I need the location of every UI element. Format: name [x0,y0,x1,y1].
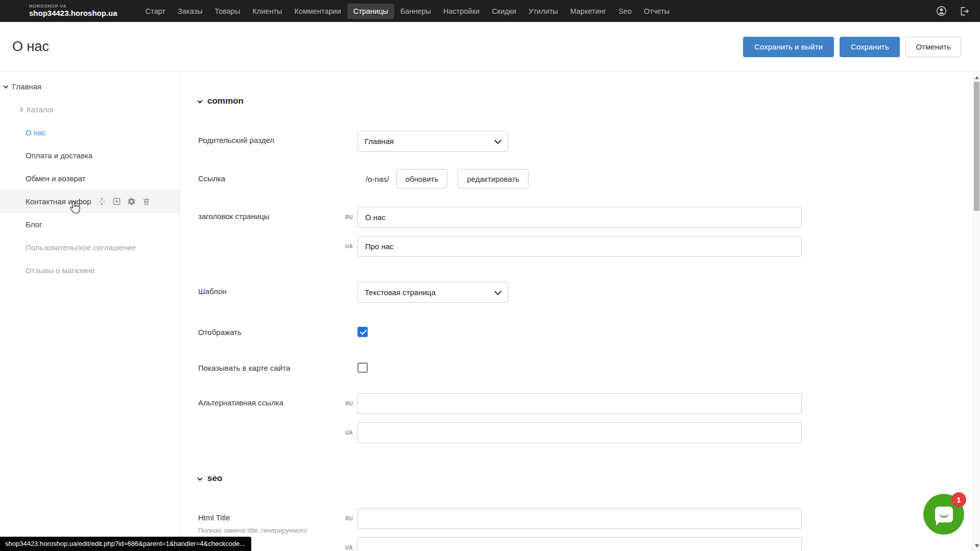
chevron-down-icon [198,98,203,103]
alt-link-ua-input[interactable] [357,422,802,443]
link-path: /o-nas/ [366,175,389,183]
tree-item-label: О нас [26,128,46,137]
save-and-exit-button[interactable]: Сохранить и выйти [743,37,834,57]
brand[interactable]: HOROSHOP V4 shop34423.horoshop.ua [29,4,117,17]
nav-marketing[interactable]: Маркетинг [564,4,613,19]
gear-icon[interactable] [127,197,136,206]
nav-products[interactable]: Товары [208,4,246,19]
status-url-tooltip: shop34423.horoshop.ua/edit/edit.php?id=6… [0,537,251,551]
html-title-hint: Полная замена title, генерируемого [198,526,331,534]
tree-item-label: Блог [26,220,42,229]
alt-link-label: Альтернативная ссылка [198,393,336,443]
tree-item-o-nas[interactable]: О нас [0,121,179,144]
template-label: Шаблон [198,282,336,303]
tree-item-label: Контактная инфор [26,197,91,206]
nav-reports[interactable]: Отчеты [638,4,676,19]
section-common-title: common [207,96,244,106]
tree-item-label: Пользовательское соглашение [26,243,136,252]
page-title-ru-input[interactable] [357,207,802,228]
tree-item-label: Главная [12,82,41,91]
tree-item-kontaktnaya[interactable]: Контактная инфор [0,190,179,213]
ua-badge: UA [336,545,357,550]
section-seo-title: seo [207,473,222,484]
tree-item-label: Обмен и возврат [26,174,86,183]
move-icon[interactable] [98,197,106,206]
top-navigation: Старт Заказы Товары Клиенты Комментарии … [139,4,676,19]
page-title-row: заголовок страницы RU UA [198,207,980,257]
page-title-label: заголовок страницы [198,207,336,257]
nav-clients[interactable]: Клиенты [246,4,288,19]
nav-discounts[interactable]: Скидки [486,4,522,19]
template-row: Шаблон Текстовая страница [198,282,980,303]
nav-comments[interactable]: Комментарии [288,4,347,19]
sitemap-checkbox[interactable] [357,363,368,373]
save-button[interactable]: Сохранить [840,37,900,57]
nav-start[interactable]: Старт [139,4,172,19]
alt-link-row: Альтернативная ссылка RU UA [198,393,980,443]
html-title-ua-input[interactable] [357,537,802,550]
trash-icon[interactable] [142,197,151,206]
ru-badge: RU [336,516,357,521]
display-row: Отображать [198,327,980,337]
tree-item-label: Оплата и доставка [26,151,92,160]
tree-item-oplata[interactable]: Оплата и доставка [0,144,179,167]
alt-link-ru-input[interactable] [357,393,802,414]
nav-settings[interactable]: Настройки [437,4,486,19]
scrollbar-thumb[interactable] [974,82,979,211]
tree-item-label: Отзывы о магазине [26,266,94,275]
link-refresh-button[interactable]: обновить [396,169,448,188]
chat-widget: 1 [923,494,964,535]
sitemap-row: Показывать в карте сайта [198,363,980,373]
cancel-button[interactable]: Отменить [905,37,961,57]
template-select[interactable]: Текстовая страница [357,282,508,303]
html-title-ru-input[interactable] [357,508,802,529]
scrollbar-up-arrow[interactable] [975,76,979,79]
parent-section-select-wrap: Главная [357,131,508,152]
nav-utilities[interactable]: Утилиты [522,4,564,19]
chevron-right-icon[interactable] [18,107,23,112]
chat-unread-badge: 1 [951,492,966,507]
page-title: О нас [12,39,49,55]
tree-item-label: Каталог [27,105,55,114]
nav-seo[interactable]: Seo [612,4,638,19]
topbar: HOROSHOP V4 shop34423.horoshop.ua Старт … [0,0,980,22]
nav-orders[interactable]: Заказы [172,4,208,19]
link-label: Ссылка [198,169,336,188]
tree-item-otzyvy[interactable]: Отзывы о магазине [0,259,179,282]
html-title-label: Html Title [198,513,336,522]
link-row: Ссылка /o-nas/ обновить редактировать [198,169,980,188]
section-common[interactable]: common [198,96,980,106]
tree-item-obmen[interactable]: Обмен и возврат [0,167,179,190]
ru-badge: RU [336,214,357,220]
display-checkbox[interactable] [357,327,368,337]
template-select-wrap: Текстовая страница [357,282,508,303]
nav-pages[interactable]: Страницы [347,4,394,19]
chevron-down-icon[interactable] [4,83,9,88]
html-title-row: Html Title Полная замена title, генериру… [198,508,980,550]
page-header: О нас Сохранить и выйти Сохранить Отмени… [0,22,980,72]
tree-item-soglashenie[interactable]: Пользовательское соглашение [0,236,179,259]
link-edit-button[interactable]: редактировать [458,169,529,188]
user-account-icon[interactable] [936,5,947,17]
brand-domain: shop34423.horoshop.ua [29,9,117,18]
parent-section-label: Родительский раздел [198,131,336,152]
sitemap-label: Показывать в карте сайта [198,364,336,372]
chat-bubble-icon [935,507,953,522]
section-seo[interactable]: seo [198,473,980,484]
logout-icon[interactable] [959,6,970,17]
parent-section-select[interactable]: Главная [357,131,508,152]
scrollbar-down-arrow[interactable] [975,544,979,547]
ru-badge: RU [336,401,357,406]
tree-item-blog[interactable]: Блог [0,213,179,236]
vertical-scrollbar [973,73,980,551]
parent-section-row: Родительский раздел Главная [198,131,980,152]
page-edit-form: common Родительский раздел Главная Ссылк… [180,72,980,550]
tree-item-glavnaya[interactable]: Главная [0,75,179,98]
pages-tree-sidebar: Главная Каталог О нас Оплата и доставка … [0,72,180,550]
page-title-ua-input[interactable] [357,236,802,257]
add-page-icon[interactable] [112,197,121,206]
tree-item-katalog[interactable]: Каталог [0,98,179,121]
chevron-down-icon [198,475,203,481]
ua-badge: UA [336,430,357,436]
nav-banners[interactable]: Баннеры [394,4,437,19]
